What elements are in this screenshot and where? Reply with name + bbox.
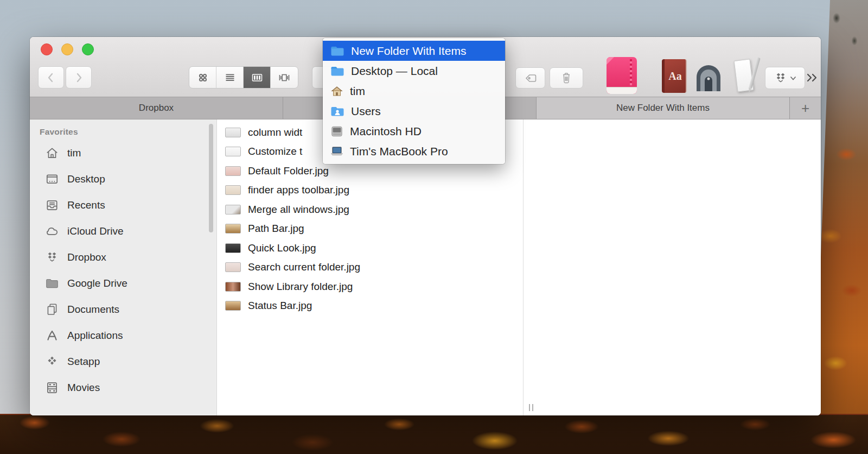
sidebar-item-icloud-drive[interactable]: iCloud Drive: [30, 218, 216, 244]
sidebar-item-movies[interactable]: Movies: [30, 375, 216, 401]
delete-button[interactable]: [550, 67, 583, 89]
toolbar-overflow-button[interactable]: [806, 71, 820, 85]
menu-item-macintosh-hd[interactable]: Macintosh HD: [323, 121, 505, 141]
desktop-icon: [45, 172, 59, 186]
file-row[interactable]: Quick Look.jpg: [217, 238, 523, 258]
file-thumbnail: [225, 147, 241, 156]
sidebar-item-setapp[interactable]: Setapp: [30, 349, 216, 375]
file-name: Status Bar.jpg: [248, 300, 312, 312]
sidebar-item-label: Applications: [67, 330, 123, 342]
file-row[interactable]: Search current folder.jpg: [217, 258, 523, 278]
sidebar-item-label: Desktop: [67, 173, 105, 185]
dropbox-icon: [774, 71, 788, 85]
arch-app-icon[interactable]: [693, 62, 724, 91]
tab-label: New Folder With Items: [616, 103, 710, 114]
file-thumbnail: [225, 282, 241, 292]
tag-button[interactable]: [515, 67, 545, 89]
tag-icon: [524, 72, 538, 85]
plus-icon: +: [801, 100, 809, 117]
file-thumbnail: [225, 128, 241, 137]
icloud-icon: [45, 224, 59, 238]
file-row[interactable]: Default Folder.jpg: [217, 161, 523, 181]
chevron-left-icon: [44, 71, 58, 84]
path-dropdown-menu: New Folder With Items Desktop — Local ti…: [323, 38, 505, 164]
sidebar-item-label: Dropbox: [67, 251, 106, 263]
wallpaper-forest: [0, 414, 868, 454]
file-thumbnail: [225, 185, 241, 195]
file-row[interactable]: Path Bar.jpg: [217, 219, 523, 239]
file-row[interactable]: Show Library folder.jpg: [217, 277, 523, 297]
file-thumbnail: [225, 243, 241, 253]
file-row[interactable]: finder apps toolbar.jpg: [217, 181, 523, 200]
sidebar-item-tim[interactable]: tim: [30, 140, 216, 166]
column-view-button[interactable]: [244, 67, 271, 88]
menu-item-tims-macbook-pro[interactable]: Tim's MacBook Pro: [323, 141, 505, 161]
chevron-right-icon: [72, 71, 85, 84]
sidebar: Favorites tim Desktop Recents iCloud Dri…: [30, 119, 217, 415]
sidebar-section-heading: Favorites: [40, 127, 216, 137]
coverflow-icon: [278, 71, 291, 84]
sidebar-item-label: Movies: [67, 382, 100, 394]
icon-view-button[interactable]: [189, 67, 216, 88]
applications-icon: [45, 329, 59, 343]
menu-item-label: Users: [351, 105, 381, 118]
arch-icon: [693, 62, 724, 91]
sidebar-item-label: iCloud Drive: [67, 225, 123, 237]
double-chevron-right-icon: [806, 71, 820, 84]
dictionary-app-icon[interactable]: Aa: [662, 59, 687, 93]
file-row[interactable]: Merge all windows.jpg: [217, 200, 523, 219]
forward-button[interactable]: [66, 66, 92, 89]
folder-band: [607, 87, 637, 94]
minimize-button[interactable]: [61, 43, 73, 55]
folder-fold: [607, 57, 614, 65]
menu-item-users[interactable]: Users: [323, 101, 505, 121]
sidebar-item-applications[interactable]: Applications: [30, 323, 216, 349]
file-name: Path Bar.jpg: [248, 223, 304, 235]
coverflow-view-button[interactable]: [271, 67, 298, 88]
dictionary-label: Aa: [668, 70, 681, 83]
list-view-button[interactable]: [216, 67, 244, 88]
empty-column: [524, 119, 821, 415]
sidebar-item-documents[interactable]: Documents: [30, 297, 216, 323]
tab-label: Dropbox: [139, 103, 174, 114]
tab-new-folder-with-items[interactable]: New Folder With Items: [537, 97, 790, 119]
menu-item-label: tim: [350, 85, 365, 98]
home-icon: [330, 85, 343, 97]
sidebar-item-google-drive[interactable]: Google Drive: [30, 270, 216, 297]
column-resize-handle[interactable]: [529, 404, 533, 411]
sidebar-item-desktop[interactable]: Desktop: [30, 166, 216, 192]
sidebar-item-label: Google Drive: [67, 278, 127, 289]
menu-item-new-folder-with-items[interactable]: New Folder With Items: [323, 41, 505, 61]
sidebar-item-label: Documents: [67, 304, 119, 316]
dropbox-toolbar-button[interactable]: [765, 67, 805, 89]
paper-pencil-app-icon[interactable]: [733, 58, 760, 95]
laptop-icon: [330, 146, 343, 157]
close-button[interactable]: [41, 43, 53, 55]
file-thumbnail: [225, 224, 241, 234]
setapp-icon: [45, 355, 59, 369]
file-name: Default Folder.jpg: [248, 165, 329, 177]
file-name: Merge all windows.jpg: [248, 204, 349, 216]
sidebar-item-recents[interactable]: Recents: [30, 192, 216, 218]
zoom-button[interactable]: [82, 43, 94, 55]
home-icon: [45, 146, 59, 160]
back-button[interactable]: [38, 66, 64, 89]
default-folder-app-icon[interactable]: [607, 57, 637, 94]
folder-icon: [330, 45, 344, 57]
menu-item-label: New Folder With Items: [351, 45, 466, 58]
grid-icon: [196, 71, 209, 84]
trash-icon: [560, 71, 573, 85]
file-row[interactable]: Status Bar.jpg: [217, 297, 523, 316]
sidebar-item-dropbox[interactable]: Dropbox: [30, 244, 216, 270]
sidebar-scrollbar-thumb[interactable]: [209, 124, 213, 232]
new-tab-button[interactable]: +: [790, 97, 821, 119]
recents-icon: [45, 198, 59, 212]
sidebar-item-label: Setapp: [67, 356, 100, 368]
columns-icon: [251, 71, 264, 84]
file-thumbnail: [225, 205, 241, 215]
users-folder-icon: [330, 105, 344, 117]
menu-item-desktop-local[interactable]: Desktop — Local: [323, 61, 505, 81]
file-thumbnail: [225, 262, 241, 272]
tab-dropbox[interactable]: Dropbox: [30, 97, 283, 119]
menu-item-tim[interactable]: tim: [323, 81, 505, 101]
